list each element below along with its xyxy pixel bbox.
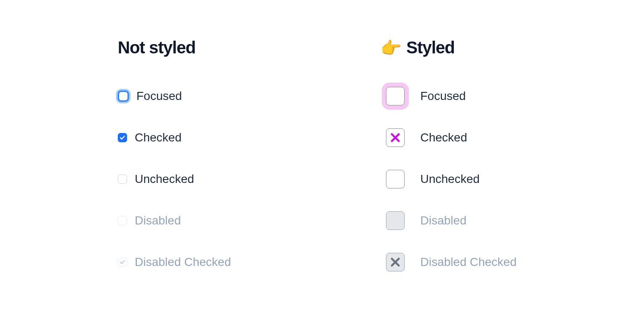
- label-unchecked[interactable]: Unchecked: [135, 172, 194, 186]
- row-styled-disabled-checked: Disabled Checked: [380, 253, 643, 271]
- row-focused: Focused: [118, 87, 380, 105]
- heading-styled-text: Styled: [406, 38, 455, 57]
- column-not-styled: Not styled Focused Checked Unchecked Dis…: [118, 38, 380, 294]
- styled-checkbox-disabled-checked: [386, 253, 405, 271]
- checkmark-icon: [119, 135, 125, 141]
- heading-not-styled: Not styled: [118, 38, 380, 57]
- label-styled-unchecked[interactable]: Unchecked: [420, 172, 480, 186]
- row-disabled: Disabled: [118, 211, 380, 230]
- checkmark-icon: [119, 259, 125, 265]
- heading-not-styled-text: Not styled: [118, 38, 195, 57]
- label-disabled: Disabled: [135, 214, 181, 227]
- label-styled-disabled: Disabled: [420, 214, 466, 227]
- styled-checkbox-checked[interactable]: [386, 128, 405, 147]
- styled-checkbox-focused[interactable]: [386, 87, 405, 105]
- label-checked[interactable]: Checked: [135, 131, 182, 144]
- checkbox-disabled: [118, 216, 127, 225]
- row-disabled-checked: Disabled Checked: [118, 253, 380, 271]
- checkbox-disabled-checked: [118, 257, 127, 267]
- row-unchecked: Unchecked: [118, 170, 380, 188]
- row-checked: Checked: [118, 128, 380, 147]
- checkbox-checked[interactable]: [118, 133, 127, 142]
- checkbox-focus-wrap: [380, 87, 410, 105]
- label-styled-focused[interactable]: Focused: [420, 89, 466, 103]
- row-styled-focused: Focused: [380, 87, 643, 105]
- row-styled-checked: Checked: [380, 128, 643, 147]
- checkbox-focused[interactable]: [118, 91, 129, 102]
- demo-container: Not styled Focused Checked Unchecked Dis…: [0, 0, 644, 294]
- styled-checkbox-unchecked[interactable]: [386, 170, 405, 188]
- pointing-hand-icon: 👉: [380, 39, 401, 56]
- label-focused[interactable]: Focused: [136, 89, 182, 103]
- styled-checkbox-disabled: [386, 211, 405, 230]
- label-styled-disabled-checked: Disabled Checked: [420, 255, 516, 269]
- x-icon: [389, 256, 401, 268]
- row-styled-disabled: Disabled: [380, 211, 643, 230]
- column-styled: 👉 Styled Focused Checked Unchecked: [380, 38, 643, 294]
- label-disabled-checked: Disabled Checked: [135, 255, 231, 269]
- x-icon: [389, 132, 401, 144]
- row-styled-unchecked: Unchecked: [380, 170, 643, 188]
- checkbox-unchecked[interactable]: [118, 174, 127, 184]
- label-styled-checked[interactable]: Checked: [420, 131, 467, 144]
- heading-styled: 👉 Styled: [380, 38, 643, 57]
